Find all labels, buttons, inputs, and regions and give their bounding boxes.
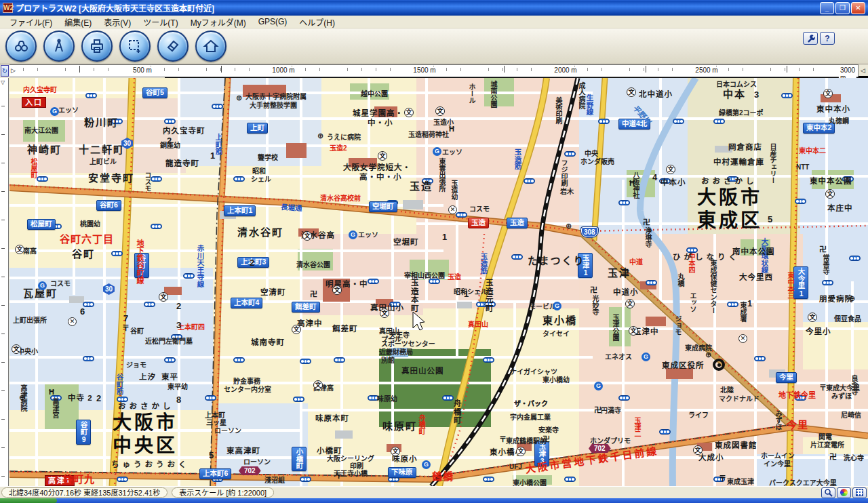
- school-icon: 文: [332, 285, 342, 295]
- map-label: 谷町5: [142, 87, 167, 98]
- map-label: ローソン: [243, 458, 271, 466]
- map-label: 大阪赤十字病院附属: [245, 93, 307, 100]
- map-label: 東雲出張所: [438, 158, 446, 192]
- post-icon: 〒: [122, 325, 130, 332]
- close-button[interactable]: ✕: [851, 2, 865, 14]
- menu-item[interactable]: 編集(E): [59, 16, 97, 28]
- hosp-icon: ⊕: [317, 132, 323, 140]
- map-label: 中央区: [113, 436, 178, 457]
- map-label: 片江変電所: [810, 441, 844, 449]
- hosp-icon: ⊕: [566, 222, 572, 230]
- signal-icon: [713, 119, 725, 124]
- help-button[interactable]: ?: [820, 32, 835, 45]
- map-label: 洗心寺: [844, 454, 864, 462]
- map-label: 5: [209, 451, 214, 460]
- map-label: 今里小: [806, 327, 831, 336]
- wrench-icon: [806, 33, 816, 43]
- map-label: UFJ: [509, 463, 522, 470]
- map-label: 清水谷町: [237, 227, 283, 239]
- windows-taskbar[interactable]: [0, 498, 868, 503]
- map-label: 中央: [585, 150, 598, 157]
- print-button[interactable]: [81, 31, 113, 62]
- map-label: 別館: [381, 357, 395, 364]
- signal-icon: [686, 247, 698, 253]
- map-label: センター内分室: [224, 386, 271, 393]
- map-label: 玉造: [448, 273, 461, 281]
- signal-icon: [300, 359, 311, 364]
- menu-item[interactable]: ファイル(F): [4, 16, 58, 28]
- map-label: ホームイン: [761, 452, 795, 460]
- grid-palette-button[interactable]: [852, 487, 867, 498]
- map-label: 2: [250, 258, 254, 268]
- map-label: 玉造: [507, 218, 528, 228]
- minimize-button[interactable]: _: [820, 2, 834, 14]
- map-label: 神崎町: [27, 144, 62, 156]
- route-shield-702: 702: [239, 466, 261, 475]
- map-label: 佃豆食品: [834, 315, 861, 323]
- map-label: 三ッ星: [206, 419, 226, 426]
- signal-icon: [659, 429, 671, 435]
- map-label: 清水谷高校前: [320, 195, 361, 202]
- home-button[interactable]: [195, 31, 226, 62]
- map-label: 北陸: [720, 386, 734, 394]
- binoculars-icon: [13, 38, 29, 54]
- signal-icon: [368, 279, 379, 284]
- map-label: 小橋町: [317, 447, 342, 456]
- menu-item[interactable]: ヘルプ(H): [294, 16, 340, 28]
- map-label: 入口: [22, 97, 46, 108]
- map-label: 尼崎信: [841, 411, 861, 419]
- map-label: 上本町4: [231, 298, 262, 308]
- map-label: 上汐: [139, 373, 156, 382]
- map-label: パークスクエア大今里: [769, 479, 837, 486]
- signal-icon: [598, 119, 610, 124]
- map-label: ホンダ販売: [580, 158, 614, 165]
- menu-item[interactable]: Myフォルダ(M): [185, 16, 252, 28]
- title-bar[interactable]: W2 プロアトラスW2 [大阪府大阪市天王寺区玉造本町付近] _ ❐ ✕: [0, 0, 868, 16]
- zoom-search-button[interactable]: [821, 487, 835, 498]
- map-label: 上本町: [205, 411, 225, 419]
- color-mode-button[interactable]: [837, 487, 851, 498]
- map-label: 近畿財務局: [379, 348, 413, 356]
- find-button[interactable]: [5, 31, 37, 62]
- measure-button[interactable]: [43, 31, 75, 62]
- start-button[interactable]: [0, 498, 57, 503]
- ruler-left-arrow[interactable]: ▷: [11, 67, 16, 74]
- map-label: 玉造本町: [410, 279, 418, 313]
- menu-item[interactable]: ツール(T): [138, 16, 183, 28]
- map-viewport[interactable]: 入口高津1谷町5上町谷町6上本町1松屋町空堀町上本町3上本町4餌差町中道4北東中…: [9, 78, 868, 486]
- map-label: ジョモ: [126, 361, 146, 369]
- signal-icon: [727, 302, 738, 307]
- erase-button[interactable]: [157, 31, 189, 62]
- signal-icon: [564, 477, 576, 482]
- post-icon: 〒: [335, 472, 342, 480]
- map-label: 東成玉津: [727, 478, 754, 485]
- map-label: 6: [80, 307, 85, 317]
- vruler-top-arrow[interactable]: ▽: [1, 79, 5, 85]
- map-label: 2: [176, 302, 181, 311]
- menu-item[interactable]: 表示(V): [98, 16, 136, 28]
- school-icon: 文: [378, 151, 387, 161]
- map-label: 近松門左衛門墓: [145, 338, 193, 345]
- map-label: 中寺 2: [68, 394, 93, 403]
- school-icon: 文: [823, 89, 833, 98]
- police-icon: ✕: [738, 334, 747, 343]
- map-label: 3: [754, 90, 759, 100]
- ruler-reset-button[interactable]: ↻: [1, 65, 9, 77]
- shrine-icon: Ħ: [449, 125, 454, 133]
- map-label: 玉津: [608, 268, 631, 279]
- app-icon: W2: [3, 3, 13, 13]
- settings-wrench-button[interactable]: [803, 32, 818, 45]
- map-label: 越中公園: [361, 90, 388, 98]
- menu-item[interactable]: GPS(G): [253, 16, 293, 27]
- map-label: うえに病院: [327, 134, 361, 141]
- capture-button[interactable]: [119, 31, 151, 62]
- map-label: 天王寺: [389, 331, 410, 339]
- map-label: 本庄中: [827, 204, 853, 213]
- map-label: 地下鉄谷町線: [136, 239, 144, 284]
- ruler-right-arrow[interactable]: ◁: [861, 67, 865, 74]
- signal-icon: [151, 176, 162, 182]
- maximize-button[interactable]: ❐: [835, 2, 850, 14]
- gas-icon: G: [433, 147, 441, 156]
- vertical-ruler: ▽: [0, 78, 9, 486]
- school-icon: 文: [313, 380, 323, 390]
